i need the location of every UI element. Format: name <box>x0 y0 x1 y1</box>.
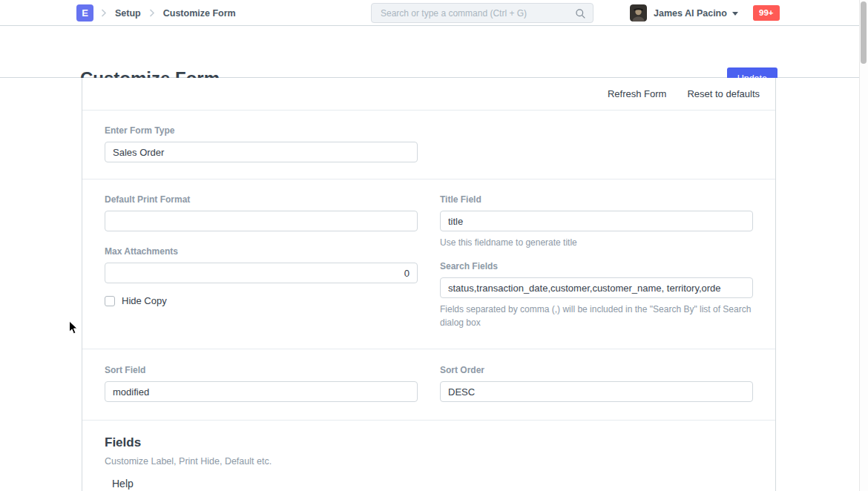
navbar: E Setup Customize Form <box>0 0 868 26</box>
search-icon <box>575 8 586 22</box>
refresh-form-link[interactable]: Refresh Form <box>608 88 666 99</box>
title-field-input[interactable] <box>440 211 753 231</box>
search-fields-label: Search Fields <box>440 261 753 271</box>
properties-left-column: Default Print Format Max Attachments Hid… <box>105 194 418 329</box>
notifications-badge[interactable]: 99+ <box>753 5 780 21</box>
fields-section-title: Fields <box>105 435 753 450</box>
search-fields-input[interactable] <box>440 277 753 298</box>
app-logo[interactable]: E <box>76 4 93 22</box>
enter-form-type-label: Enter Form Type <box>105 125 753 136</box>
max-attachments-input[interactable] <box>105 263 418 283</box>
customize-form-screen: E Setup Customize Form <box>0 0 868 491</box>
fields-help-toggle[interactable]: Help <box>112 478 753 490</box>
sort-order-label: Sort Order <box>440 365 753 375</box>
hide-copy-label: Hide Copy <box>122 295 167 306</box>
reset-to-defaults-link[interactable]: Reset to defaults <box>687 88 760 99</box>
scrollbar-thumb[interactable] <box>861 1 867 64</box>
max-attachments-label: Max Attachments <box>105 246 418 257</box>
form-actions-row: Refresh Form Reset to defaults <box>82 78 775 111</box>
title-field-label: Title Field <box>440 194 753 205</box>
sort-field-field: Sort Field <box>105 365 418 402</box>
section-fields: Fields Customize Label, Print Hide, Defa… <box>82 421 775 491</box>
search-fields-help: Fields separated by comma (,) will be in… <box>440 303 753 329</box>
section-sort: Sort Field Sort Order <box>82 349 775 421</box>
app-logo-letter: E <box>82 7 88 19</box>
chevron-right-icon <box>149 9 155 17</box>
page-body: Refresh Form Reset to defaults Enter For… <box>0 78 868 491</box>
page-head: Customize Form Update <box>0 26 868 78</box>
user-avatar[interactable] <box>630 4 647 22</box>
enter-form-type-input[interactable] <box>105 142 418 162</box>
sort-order-input[interactable] <box>440 381 753 402</box>
hide-copy-field: Hide Copy <box>105 295 418 306</box>
section-form-type: Enter Form Type <box>82 111 775 179</box>
title-field-field: Title Field Use this fieldname to genera… <box>440 194 753 249</box>
global-search-input[interactable] <box>372 4 593 22</box>
breadcrumb: Setup Customize Form <box>101 0 236 26</box>
breadcrumb-customize-form[interactable]: Customize Form <box>163 8 236 19</box>
section-properties: Default Print Format Max Attachments Hid… <box>82 179 775 349</box>
chevron-down-icon <box>732 12 738 16</box>
title-field-help: Use this fieldname to generate title <box>440 237 753 249</box>
user-name-label: James Al Pacino <box>654 8 727 19</box>
breadcrumb-setup[interactable]: Setup <box>115 8 141 19</box>
default-print-format-label: Default Print Format <box>105 194 418 205</box>
properties-right-column: Title Field Use this fieldname to genera… <box>440 194 753 329</box>
sort-field-label: Sort Field <box>105 365 418 375</box>
default-print-format-input[interactable] <box>105 211 418 231</box>
user-menu[interactable]: James Al Pacino <box>654 0 738 26</box>
fields-section-subtitle: Customize Label, Print Hide, Default etc… <box>105 456 753 467</box>
global-search <box>371 3 594 23</box>
hide-copy-checkbox[interactable] <box>105 296 115 306</box>
sort-order-field: Sort Order <box>440 365 753 402</box>
chevron-right-icon <box>101 9 107 17</box>
search-fields-field: Search Fields Fields separated by comma … <box>440 261 753 329</box>
default-print-format-field: Default Print Format <box>105 194 418 231</box>
sort-field-input[interactable] <box>105 381 418 402</box>
form-card: Refresh Form Reset to defaults Enter For… <box>82 78 776 491</box>
page-scrollbar <box>859 0 868 491</box>
max-attachments-field: Max Attachments <box>105 246 418 283</box>
